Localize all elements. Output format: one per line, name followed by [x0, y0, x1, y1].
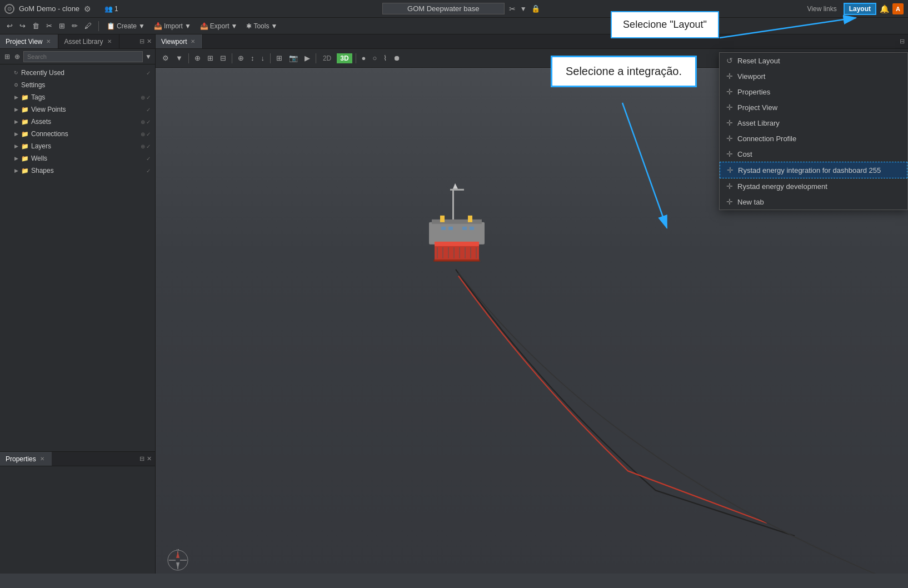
- svg-text:N: N: [176, 549, 179, 551]
- tags-action1[interactable]: ⊕: [141, 94, 145, 101]
- redo-button[interactable]: ↪: [17, 21, 28, 31]
- vp-align2-icon[interactable]: ↓: [258, 53, 267, 63]
- vp-line-icon[interactable]: ⌇: [381, 53, 389, 63]
- dropdown-asset-library[interactable]: ✛ Asset Library: [720, 115, 907, 131]
- export-dropdown[interactable]: 📤 Export ▼: [197, 21, 241, 31]
- import-dropdown[interactable]: 📥 Import ▼: [151, 21, 194, 31]
- create-arrow: ▼: [138, 22, 145, 30]
- assets-action2[interactable]: ✓: [146, 119, 151, 125]
- project-view-close[interactable]: ✕: [44, 38, 52, 46]
- dropdown-viewport[interactable]: ✛ Viewport: [720, 68, 907, 84]
- dropdown-rystad-integration[interactable]: ✛ Rystad energy integration for dashboar…: [720, 162, 907, 178]
- tools-icon[interactable]: ✂: [509, 4, 516, 13]
- shapes-label: Shapes: [31, 167, 54, 175]
- vp-zoom-fit-icon[interactable]: ⊞: [205, 53, 216, 63]
- viewport-minimize-icon[interactable]: ⊟: [900, 38, 905, 45]
- dropdown-icon[interactable]: ▼: [520, 5, 527, 13]
- view-points-label: View Points: [31, 106, 66, 113]
- svg-marker-27: [176, 551, 179, 558]
- panel-close-icon[interactable]: ✕: [147, 38, 152, 45]
- vp-zoom-out-icon[interactable]: ⊟: [218, 53, 228, 63]
- vp-align-icon[interactable]: ↕: [248, 53, 257, 63]
- assets-action1[interactable]: ⊕: [141, 119, 145, 125]
- panel-minimize-icon[interactable]: ⊟: [139, 38, 144, 45]
- tools-dropdown[interactable]: ✱ Tools ▼: [243, 21, 281, 31]
- dropdown-cost[interactable]: ✛ Cost: [720, 146, 907, 162]
- layout-button[interactable]: Layout: [844, 3, 876, 15]
- tree-assets[interactable]: ▶ 📁 Assets ⊕ ✓: [0, 116, 155, 128]
- tree-shapes[interactable]: ▶ 📁 Shapes ✓: [0, 165, 155, 177]
- tags-action2[interactable]: ✓: [146, 94, 151, 101]
- tree-wells[interactable]: ▶ 📁 Wells ✓: [0, 152, 155, 165]
- vp-zoom-in-icon[interactable]: ⊕: [192, 53, 203, 63]
- properties-minimize-icon[interactable]: ⊟: [139, 455, 144, 462]
- panel-icon-2[interactable]: ⊕: [13, 52, 21, 62]
- tags-label: Tags: [31, 93, 45, 101]
- vp-stack-icon[interactable]: ⊞: [274, 53, 285, 63]
- svg-marker-28: [176, 562, 179, 569]
- layers-action2[interactable]: ✓: [146, 143, 151, 150]
- vp-layers-icon[interactable]: ⊕: [236, 53, 246, 63]
- vp-dropdown-icon[interactable]: ▼: [173, 53, 185, 63]
- vp-settings-icon[interactable]: ⚙: [160, 53, 171, 63]
- vp-sphere-icon[interactable]: ●: [360, 53, 368, 63]
- vp-2d-button[interactable]: 2D: [320, 53, 335, 63]
- export-label: Export: [210, 22, 230, 30]
- vp-3d-button[interactable]: 3D: [337, 53, 352, 63]
- dropdown-reset-layout[interactable]: ↺ Reset Layout: [720, 53, 907, 68]
- shapes-action[interactable]: ✓: [146, 168, 151, 174]
- cut-button[interactable]: ✂: [44, 21, 54, 31]
- app-logo: ⊙: [4, 4, 14, 14]
- view-points-action[interactable]: ✓: [146, 107, 151, 113]
- wells-action[interactable]: ✓: [146, 156, 151, 162]
- bell-icon[interactable]: 🔔: [880, 4, 889, 13]
- vp-cam-icon[interactable]: 📷: [287, 53, 300, 63]
- panel-icon-1[interactable]: ⊞: [3, 52, 11, 62]
- tree-settings[interactable]: ⚙ Settings: [0, 79, 155, 91]
- viewport-tab-close[interactable]: ✕: [189, 38, 197, 46]
- layers-action1[interactable]: ⊕: [141, 143, 145, 150]
- svg-rect-6: [435, 242, 479, 246]
- vp-play-icon[interactable]: ▶: [302, 53, 312, 63]
- tree-view-points[interactable]: ▶ 📁 View Points ✓: [0, 103, 155, 116]
- properties-tab[interactable]: Properties ✕: [0, 452, 52, 466]
- delete-button[interactable]: 🗑: [30, 21, 42, 31]
- project-view-tab[interactable]: Project View ✕: [0, 34, 58, 48]
- recently-used-action[interactable]: ✓: [146, 70, 151, 76]
- connections-action2[interactable]: ✓: [146, 131, 151, 137]
- tree-layers[interactable]: ▶ 📁 Layers ⊕ ✓: [0, 140, 155, 152]
- search-input[interactable]: [23, 51, 143, 62]
- dropdown-rystad-development[interactable]: ✛ Rystad energy development: [720, 178, 907, 194]
- dropdown-connection-profile[interactable]: ✛ Connection Profile: [720, 131, 907, 146]
- undo-button[interactable]: ↩: [4, 21, 15, 31]
- view-links-button[interactable]: View links: [804, 4, 840, 14]
- viewport-tab[interactable]: Viewport ✕: [156, 34, 203, 48]
- pen-button[interactable]: 🖊: [82, 21, 94, 31]
- connections-folder-icon: 📁: [21, 131, 29, 138]
- dropdown-project-view[interactable]: ✛ Project View: [720, 99, 907, 115]
- vp-record-icon[interactable]: ⏺: [391, 53, 403, 63]
- project-view-label: Project View: [6, 38, 42, 46]
- dropdown-properties[interactable]: ✛ Properties: [720, 84, 907, 99]
- properties-close[interactable]: ✕: [38, 455, 46, 463]
- asset-library-tab[interactable]: Asset Library ✕: [58, 34, 119, 48]
- vp-circle-icon[interactable]: ○: [370, 53, 379, 63]
- svg-rect-13: [433, 260, 480, 262]
- import-label: Import: [164, 22, 183, 30]
- copy-button[interactable]: ⊞: [57, 21, 67, 31]
- vp-sep1: [188, 53, 189, 63]
- create-dropdown[interactable]: 📋 Create ▼: [103, 21, 148, 31]
- search-filter-icon[interactable]: ▼: [145, 53, 152, 61]
- tree-tags[interactable]: ▶ 📁 Tags ⊕ ✓: [0, 91, 155, 103]
- connections-action1[interactable]: ⊕: [141, 131, 145, 137]
- properties-expand-icon[interactable]: ✕: [147, 455, 152, 462]
- pencil-button[interactable]: ✏: [69, 21, 80, 31]
- new-tab-move-icon: ✛: [726, 197, 733, 206]
- dropdown-new-tab[interactable]: ✛ New tab: [720, 194, 907, 210]
- reset-layout-icon: ↺: [726, 56, 733, 65]
- settings-icon[interactable]: ⚙: [84, 4, 91, 13]
- tree-connections[interactable]: ▶ 📁 Connections ⊕ ✓: [0, 128, 155, 140]
- asset-library-close[interactable]: ✕: [106, 38, 113, 46]
- wells-folder-icon: 📁: [21, 155, 29, 162]
- tree-recently-used[interactable]: ↻ Recently Used ✓: [0, 67, 155, 79]
